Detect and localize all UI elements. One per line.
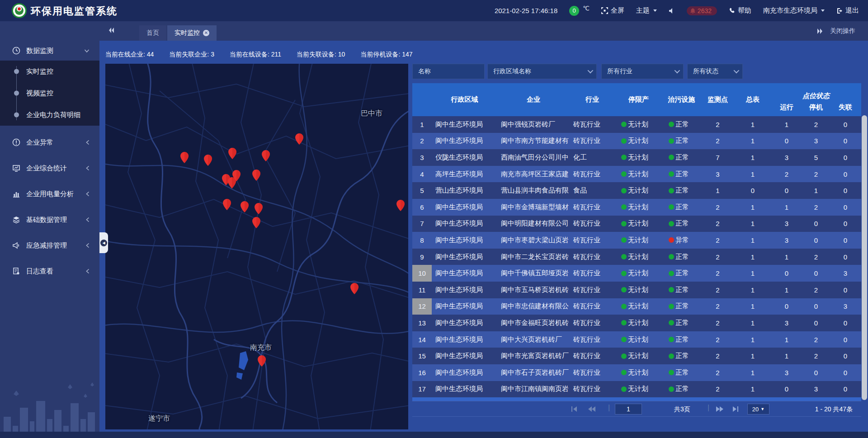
table-row[interactable]: 3仪陇生态环境局西南油气田分公司川中化工无计划正常71350 (412, 149, 861, 166)
theme-dropdown[interactable]: 主题 (636, 6, 657, 15)
sidebar-item-企业异常[interactable]: 企业异常 (0, 132, 99, 152)
map-marker-pin[interactable] (262, 150, 270, 161)
sidebar-item-企业用电量分析[interactable]: 企业用电量分析 (0, 184, 99, 204)
sidebar-collapse-handle[interactable]: ◀ (99, 232, 108, 253)
cell-region: 阆中生态环境局 (432, 315, 497, 331)
sidebar-item-日志查看[interactable]: 日志查看 (0, 261, 99, 281)
cell-company: 南部县双华水泥有限公 (497, 397, 570, 401)
cell-run: 1 (771, 348, 802, 364)
table-row[interactable]: 5营山生态环境局营山县润丰肉食品有限食品无计划正常10010 (412, 182, 861, 199)
map-marker-pin[interactable] (350, 283, 359, 294)
table-row[interactable]: 12阆中生态环境局阆中市忠信建材有限公砖瓦行业无计划正常21003 (412, 298, 861, 315)
cell-stopped: 0 (802, 216, 830, 232)
table-row[interactable]: 18南部生态环境局南部县双华水泥有限公建材加工无计划正常21000 (412, 397, 861, 401)
map-marker-pin[interactable] (252, 217, 260, 228)
first-page-button[interactable] (571, 406, 578, 412)
last-page-button[interactable] (732, 406, 739, 412)
help-button[interactable]: 帮助 (729, 6, 751, 15)
close-tab-icon[interactable]: ✕ (203, 30, 209, 36)
cell-region: 阆中生态环境局 (432, 232, 497, 249)
map-marker-pin[interactable] (241, 201, 249, 212)
organization-dropdown[interactable]: 南充市生态环境局 (763, 6, 825, 15)
cell-stopped: 0 (802, 265, 830, 282)
sidebar-subitem-视频监控[interactable]: 视频监控 (0, 82, 99, 104)
cell-stop-status: 无计划 (615, 232, 662, 249)
table-row[interactable]: 13阆中生态环境局阆中市金福旺页岩机砖砖瓦行业无计划正常21300 (412, 315, 861, 331)
map-marker-pin[interactable] (255, 203, 263, 214)
cell-total: 1 (735, 133, 771, 150)
mute-button[interactable] (669, 8, 675, 14)
notification-badge[interactable]: 2632 (687, 6, 717, 15)
table-row[interactable]: 8阆中生态环境局阆中市枣碧大梁山页岩砖瓦行业无计划异常21300 (412, 232, 861, 249)
cell-region: 阆中生态环境局 (432, 364, 497, 381)
map-marker-pin[interactable] (204, 155, 212, 166)
tabs-scroll-left-icon[interactable] (108, 27, 115, 36)
map-marker-pin[interactable] (396, 200, 405, 211)
map-panel[interactable]: 巴中市南充市遂宁市 (105, 64, 408, 429)
cell-points: 2 (701, 397, 735, 401)
col-header: 监测点 (701, 83, 735, 116)
table-row[interactable]: 11阆中生态环境局阆中市五马桥页岩机砖砖瓦行业无计划正常21120 (412, 282, 861, 298)
logout-button[interactable]: 退出 (836, 6, 859, 15)
table-row[interactable]: 16阆中生态环境局阆中市石子页岩机砖厂砖瓦行业无计划正常21300 (412, 364, 861, 381)
cell-company: 阆中市五马桥页岩机砖 (497, 282, 570, 298)
page-size-select[interactable]: 20▼ (747, 404, 769, 414)
sidebar-item-企业综合统计[interactable]: 企业综合统计 (0, 158, 99, 178)
page-number-input[interactable]: 1 (615, 404, 642, 414)
next-page-button[interactable] (716, 406, 724, 412)
prev-page-button[interactable] (588, 406, 596, 412)
map-marker-pin[interactable] (223, 199, 231, 210)
tab-label: 首页 (146, 29, 159, 37)
fullscreen-button[interactable]: 全屏 (601, 6, 624, 15)
sidebar-subitem-企业电力负荷明细[interactable]: 企业电力负荷明细 (0, 104, 99, 126)
cell-stopped: 0 (802, 232, 830, 249)
status-select[interactable]: 所有状态 (687, 64, 743, 79)
table-row[interactable]: 9阆中生态环境局阆中市二龙长宝页岩砖砖瓦行业无计划正常21120 (412, 249, 861, 265)
map-marker-pin[interactable] (232, 170, 241, 181)
table-row[interactable]: 4高坪生态环境局南充市高坪区王家店建砖瓦行业无计划正常31220 (412, 166, 861, 183)
cell-total: 1 (735, 282, 771, 298)
cell-stopped: 0 (802, 397, 830, 401)
cell-device-status: 正常 (662, 149, 701, 166)
bullet-dot-icon (14, 91, 19, 96)
table-row[interactable]: 2阆中生态环境局阆中市南方节能建材有砖瓦行业无计划正常21030 (412, 133, 861, 150)
industry-select[interactable]: 所有行业 (601, 64, 684, 79)
sidebar-item-基础数据管理[interactable]: 基础数据管理 (0, 210, 99, 230)
row-index: 4 (412, 166, 432, 183)
cell-device-status: 正常 (662, 348, 701, 364)
cell-lost: 0 (830, 166, 861, 183)
name-search-input[interactable]: 名称 (412, 64, 485, 79)
table-scrollbar[interactable] (862, 115, 867, 400)
map-marker-pin[interactable] (252, 170, 260, 181)
status-green-dot (669, 171, 674, 177)
cell-stopped: 3 (802, 133, 830, 150)
caret-down-icon (653, 9, 657, 12)
cell-device-status: 正常 (662, 331, 701, 348)
cell-stop-status: 无计划 (615, 166, 662, 183)
map-marker-pin[interactable] (258, 355, 266, 367)
table-row[interactable]: 1阆中生态环境局阆中强锐页岩砖厂砖瓦行业无计划正常21120 (412, 116, 861, 133)
table-row[interactable]: 15阆中生态环境局阆中市光富页岩机砖厂砖瓦行业无计划正常21120 (412, 348, 861, 364)
status-green-dot (669, 188, 674, 193)
table-row[interactable]: 6阆中生态环境局阆中市金博瑞新型墙材砖瓦行业无计划正常21120 (412, 199, 861, 216)
table-row[interactable]: 10阆中生态环境局阆中千佛镇五郎垭页岩砖瓦行业无计划正常21003 (412, 265, 861, 282)
tab-实时监控[interactable]: 实时监控✕ (167, 25, 217, 41)
sidebar-item-应急减排管理[interactable]: 应急减排管理 (0, 235, 99, 255)
sidebar-item-label: 数据监测 (26, 47, 53, 55)
cell-device-status: 正常 (662, 397, 701, 401)
table-row[interactable]: 14阆中生态环境局阆中大兴页岩机砖厂砖瓦行业无计划正常21120 (412, 331, 861, 348)
table-row[interactable]: 17阆中生态环境局阆中市江南镇阆南页岩砖瓦行业无计划正常21030 (412, 381, 861, 398)
tabs-scroll-right-icon[interactable] (816, 28, 824, 35)
tab-首页[interactable]: 首页 (139, 25, 166, 41)
map-marker-pin[interactable] (228, 148, 236, 159)
map-marker-pin[interactable] (295, 133, 303, 145)
close-operations-button[interactable]: 关闭操作 (830, 27, 855, 35)
cell-lost: 0 (830, 364, 861, 381)
sidebar-item-数据监测[interactable]: 数据监测 (0, 41, 99, 61)
sidebar-subitem-实时监控[interactable]: 实时监控 (0, 61, 99, 82)
stat-item: 当前在线设备: 211 (230, 51, 281, 59)
region-select[interactable]: 行政区域名称 (487, 64, 597, 79)
cell-run: 0 (771, 381, 802, 398)
map-marker-pin[interactable] (180, 152, 189, 163)
table-row[interactable]: 7阆中生态环境局阆中明阳建材有限公司砖瓦行业无计划正常21300 (412, 216, 861, 232)
